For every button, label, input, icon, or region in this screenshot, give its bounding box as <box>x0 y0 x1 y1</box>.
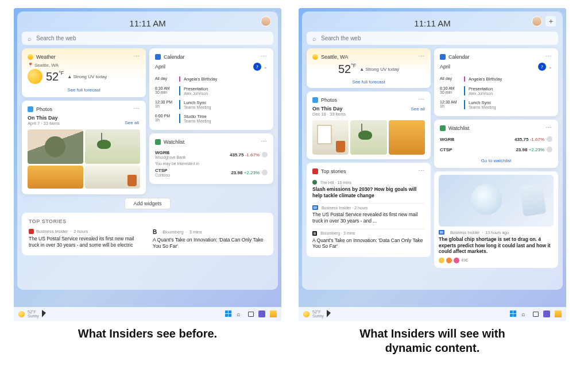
see-all-link[interactable]: See all <box>411 106 425 112</box>
add-icon[interactable]: ＋ <box>546 16 556 26</box>
taskbar: 52°FSunny ⌕ <box>299 307 566 321</box>
calendar-event[interactable]: All dayAngela's Birthday <box>155 74 268 84</box>
calendar-event[interactable]: 8:30 AM30 minPresentationAlex Johnson <box>440 84 552 98</box>
weather-tray-text[interactable]: 52°FSunny <box>28 310 39 318</box>
forecast-link[interactable]: See full forecast <box>28 87 140 93</box>
calendar-event[interactable]: 8:30 AM30 minPresentationAlex Johnson <box>155 84 268 98</box>
weather-title: Weather <box>36 54 130 60</box>
news-item[interactable]: The Hill · 18 minsSlash emissions by 203… <box>312 178 425 201</box>
weather-icon <box>28 54 33 60</box>
calendar-event[interactable]: 12:30 AM1hLunch SyncTeams Meeting <box>440 98 552 112</box>
taskview-icon[interactable] <box>248 312 254 317</box>
explorer-icon[interactable] <box>555 310 562 317</box>
photos-widget[interactable]: Photos ⋯ On This Day Dec 18 · 33 items S… <box>307 91 431 159</box>
weather-tray-icon[interactable] <box>303 311 310 317</box>
watchlist-link[interactable]: Go to watchlist <box>440 158 552 163</box>
photos-title: Photos <box>36 106 130 112</box>
chat-icon[interactable] <box>258 310 265 317</box>
more-icon[interactable]: ⋯ <box>546 124 552 132</box>
weather-note: ▲ Strong UV today <box>67 74 107 79</box>
more-icon[interactable]: ⋯ <box>261 53 268 60</box>
news-item[interactable]: BI Business Insider · 2 hoursThe US Post… <box>312 203 425 227</box>
weather-widget[interactable]: Weather ⋯ 📍 Seattle, WA 52°F ▲ Strong UV… <box>22 48 146 97</box>
caption-left: What Insiders see before. <box>78 327 217 341</box>
search-taskbar-icon[interactable]: ⌕ <box>521 310 528 317</box>
start-icon[interactable] <box>225 310 232 317</box>
chevron-down-icon[interactable]: ⌄ <box>548 64 552 70</box>
cursor-icon <box>42 310 48 318</box>
search-input[interactable] <box>320 34 552 42</box>
calendar-event[interactable]: All dayAngela's Birthday <box>440 74 552 84</box>
calendar-title: Calendar <box>164 54 258 60</box>
start-icon[interactable] <box>510 310 517 317</box>
stock-row[interactable]: CTSP 23.98 +2.23% <box>440 144 552 155</box>
more-icon[interactable]: ⋯ <box>418 53 425 60</box>
stock-row[interactable]: CTSPContoso 23.98 +2.23% <box>155 166 268 179</box>
photo-thumb[interactable] <box>85 129 141 164</box>
more-icon[interactable]: ⋯ <box>133 105 140 113</box>
story-card[interactable]: B Bloomberg · 3 mins A Quant's Take on I… <box>153 229 266 250</box>
clock: 11:11 AM <box>22 15 273 30</box>
watchlist-hint: You may be interested in <box>155 162 268 166</box>
photos-icon <box>312 97 318 103</box>
watchlist-widget[interactable]: Watchlist ⋯ WGRB 435.75 -1.67% CTSP 23.9… <box>434 120 558 168</box>
news-item[interactable]: B Bloomberg · 3 minsA Quant's Take on In… <box>312 229 425 252</box>
more-icon[interactable]: ⋯ <box>546 53 552 60</box>
search-bar[interactable]: ⌕ <box>307 32 558 45</box>
story-headline: A Quant's Take on Innovation: 'Data Can … <box>153 237 266 250</box>
story-card[interactable]: Business Insider · 2 hours The US Postal… <box>29 229 142 250</box>
taskview-icon[interactable] <box>533 312 539 317</box>
weather-tray-text[interactable]: 52°FSunny <box>312 310 324 318</box>
calendar-day[interactable]: 7 <box>538 63 546 71</box>
stock-row[interactable]: WGRB 435.75 -1.67% <box>440 134 552 144</box>
see-all-link[interactable]: See all <box>125 120 139 125</box>
user-avatar[interactable] <box>532 16 542 26</box>
top-stories-widget[interactable]: Top stories ⋯ The Hill · 18 minsSlash em… <box>307 163 431 257</box>
calendar-widget[interactable]: Calendar ⋯ April 7 ⌄ All dayAngela's Bi <box>149 48 273 130</box>
more-icon[interactable]: ⋯ <box>418 167 425 175</box>
calendar-event[interactable]: 12:30 PM1hLunch SyncTeams Meeting <box>155 98 268 112</box>
photos-meta: April 7 · 33 items <box>28 121 140 126</box>
forecast-link[interactable]: See full forecast <box>312 79 425 85</box>
weather-widget[interactable]: Seattle, WA ⋯ 52°F ▲ Strong UV today See… <box>307 48 431 88</box>
weather-tray-icon[interactable] <box>18 311 25 317</box>
search-taskbar-icon[interactable]: ⌕ <box>237 310 243 317</box>
more-icon[interactable]: ⋯ <box>261 138 268 145</box>
explorer-icon[interactable] <box>270 310 277 317</box>
news-article[interactable]: BI Business Insider · 13 hours ago The g… <box>434 171 558 268</box>
chat-icon[interactable] <box>543 310 550 317</box>
source-icon: B <box>153 229 157 235</box>
add-widgets-button[interactable]: Add widgets <box>125 198 170 209</box>
photo-thumb[interactable] <box>350 120 386 155</box>
cursor-icon <box>327 310 332 318</box>
chevron-down-icon[interactable]: ⌄ <box>264 64 268 70</box>
watchlist-widget[interactable]: Watchlist ⋯ WGRBWoodgrove Bank 435.75 -1… <box>149 133 273 184</box>
reactions[interactable]: 496 <box>439 258 554 263</box>
calendar-day[interactable]: 7 <box>253 63 261 71</box>
watchlist-title: Watchlist <box>164 139 258 145</box>
search-input[interactable] <box>35 34 268 42</box>
top-stories-title: Top stories <box>321 168 415 174</box>
calendar-event[interactable]: 6:00 PM1hStudio TimeTeams Meeting <box>155 112 268 125</box>
photo-thumb[interactable] <box>312 120 349 155</box>
svg-rect-3 <box>229 314 231 317</box>
check-icon <box>262 152 268 158</box>
search-icon: ⌕ <box>28 35 32 42</box>
stock-row[interactable]: WGRBWoodgrove Bank 435.75 -1.67% <box>155 148 268 162</box>
user-avatar[interactable] <box>261 16 271 26</box>
photo-thumb[interactable] <box>389 120 425 155</box>
photos-widget[interactable]: Photos ⋯ On This Day April 7 · 33 items … <box>22 101 146 194</box>
photo-thumb[interactable] <box>28 166 83 189</box>
more-icon[interactable]: ⋯ <box>133 53 140 60</box>
photo-thumb[interactable] <box>28 129 83 164</box>
weather-location: Seattle, WA <box>321 54 415 60</box>
check-icon <box>262 170 268 175</box>
photo-thumb[interactable] <box>85 166 141 189</box>
story-headline: The US Postal Service revealed its first… <box>29 236 142 248</box>
svg-rect-7 <box>513 314 516 317</box>
search-bar[interactable]: ⌕ <box>22 32 273 45</box>
photos-heading: On This Day <box>312 106 346 112</box>
calendar-widget[interactable]: Calendar ⋯ April 7 ⌄ All dayAngela's Bi <box>434 48 558 116</box>
more-icon[interactable]: ⋯ <box>418 96 425 103</box>
calendar-month: April <box>155 64 165 70</box>
